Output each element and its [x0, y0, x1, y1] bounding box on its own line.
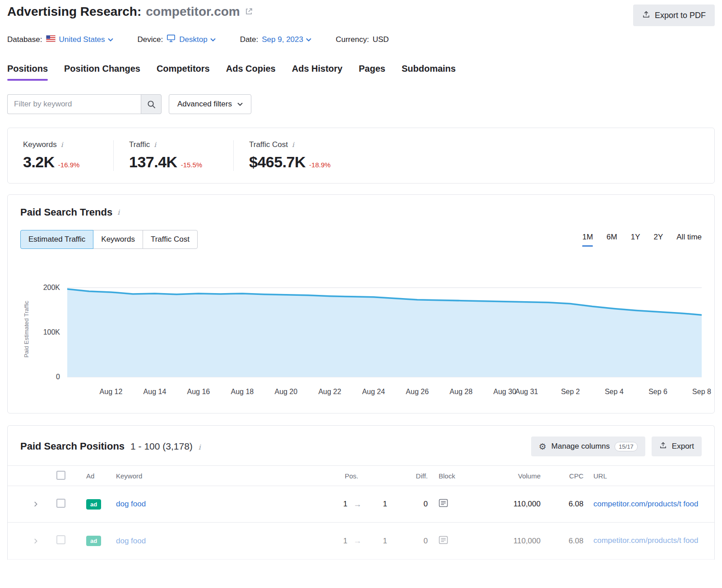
report-tabs: Positions Position Changes Competitors A…	[7, 64, 715, 81]
tab-ads-copies[interactable]: Ads Copies	[226, 64, 276, 81]
info-icon[interactable]: i	[199, 443, 201, 451]
advanced-filters-label: Advanced filters	[177, 100, 232, 109]
external-link-icon[interactable]	[245, 5, 253, 19]
block-ad-icon[interactable]	[439, 536, 448, 544]
cpc-value: 6.08	[541, 500, 583, 509]
tab-positions[interactable]: Positions	[7, 64, 48, 81]
row-expand-chevron-icon[interactable]	[21, 501, 50, 507]
topbar: Advertising Research: competitor.com Exp…	[7, 5, 715, 26]
stat-traffic-change: -15.5%	[181, 161, 203, 169]
keyword-filter-input[interactable]	[7, 94, 141, 114]
stat-traffic-cost-value: $465.7K	[249, 153, 305, 171]
tab-subdomains[interactable]: Subdomains	[402, 64, 456, 81]
range-2y[interactable]: 2Y	[653, 233, 663, 247]
info-icon[interactable]: i	[154, 141, 156, 149]
search-icon	[147, 100, 156, 109]
page-title-domain: competitor.com	[146, 5, 240, 19]
position-to: 1	[367, 537, 387, 546]
tab-ads-history[interactable]: Ads History	[292, 64, 342, 81]
toggle-keywords[interactable]: Keywords	[93, 230, 143, 249]
currency-value: USD	[373, 35, 389, 44]
date-select[interactable]: Sep 9, 2023	[262, 35, 311, 44]
volume-value: 110,000	[477, 537, 541, 546]
trend-controls: Estimated Traffic Keywords Traffic Cost …	[20, 230, 702, 249]
positions-table: Ad Keyword Pos. Diff. Block Volume CPC U…	[8, 465, 714, 560]
keyword-filter-box	[7, 94, 162, 114]
url-link[interactable]: competitor.com/products/t food	[593, 500, 698, 508]
volume-value: 110,000	[477, 500, 541, 509]
stat-traffic: Traffic i 137.4K -15.5%	[113, 140, 233, 171]
chevron-down-icon	[306, 38, 311, 41]
advanced-filters-button[interactable]: Advanced filters	[169, 94, 251, 114]
export-pdf-label: Export to PDF	[655, 11, 706, 20]
columns-count-badge: 15/17	[615, 442, 638, 451]
keyword-link[interactable]: dog food	[116, 537, 146, 545]
stat-traffic-cost-label: Traffic Cost	[249, 140, 288, 149]
search-button[interactable]	[141, 94, 162, 114]
select-all-checkbox[interactable]	[56, 471, 65, 480]
table-row: ad dog food 1 → 1 0 110,000 6.08 competi…	[8, 523, 714, 559]
export-button[interactable]: Export	[652, 436, 702, 456]
range-6m[interactable]: 6M	[606, 233, 617, 247]
row-checkbox[interactable]	[56, 535, 65, 544]
device-label: Device:	[138, 35, 163, 44]
tab-pages[interactable]: Pages	[359, 64, 385, 81]
gear-icon: ⚙	[539, 442, 546, 451]
date-label: Date:	[240, 35, 259, 44]
device-select[interactable]: Desktop	[179, 35, 215, 44]
tab-position-changes[interactable]: Position Changes	[64, 64, 140, 81]
database-select[interactable]: United States	[59, 35, 113, 44]
range-1m[interactable]: 1M	[582, 233, 593, 247]
stat-traffic-cost-change: -18.9%	[309, 161, 331, 169]
info-icon[interactable]: i	[61, 141, 63, 149]
position-diff: 0	[387, 500, 428, 509]
row-checkbox[interactable]	[56, 499, 65, 508]
tab-competitors[interactable]: Competitors	[157, 64, 210, 81]
x-axis-ticks: Aug 12Aug 14Aug 16Aug 18Aug 20Aug 22Aug …	[67, 388, 702, 400]
toggle-traffic-cost[interactable]: Traffic Cost	[143, 230, 198, 249]
stat-keywords-label: Keywords	[23, 140, 57, 149]
page-title-text: Advertising Research:	[7, 5, 141, 19]
trend-area-chart	[67, 275, 702, 383]
trends-title: Paid Search Trends	[20, 207, 112, 218]
table-row: ad dog food 1 → 1 0 110,000 6.08 competi…	[8, 486, 714, 523]
chevron-down-icon	[237, 102, 243, 106]
column-header-volume: Volume	[477, 472, 541, 480]
stat-traffic-label: Traffic	[129, 140, 150, 149]
date-filter: Date: Sep 9, 2023	[240, 35, 311, 44]
cpc-value: 6.08	[541, 537, 583, 546]
url-link[interactable]: competitor.com/products/t food	[593, 536, 698, 545]
desktop-monitor-icon	[167, 34, 176, 45]
range-all-time[interactable]: All time	[676, 233, 702, 247]
export-pdf-button[interactable]: Export to PDF	[633, 5, 715, 26]
position-diff: 0	[387, 537, 428, 546]
manage-columns-label: Manage columns	[551, 442, 610, 451]
export-label: Export	[672, 442, 694, 451]
currency-display: Currency: USD	[336, 35, 389, 44]
info-icon[interactable]: i	[117, 208, 120, 216]
date-value: Sep 9, 2023	[262, 35, 303, 44]
position-from: 1	[316, 500, 347, 509]
block-ad-icon[interactable]	[439, 499, 448, 507]
manage-columns-button[interactable]: ⚙ Manage columns 15/17	[531, 436, 645, 456]
upload-icon	[659, 441, 667, 451]
search-row: Advanced filters	[7, 94, 715, 114]
device-filter: Device: Desktop	[138, 34, 216, 45]
advertising-research-page: Advertising Research: competitor.com Exp…	[0, 0, 722, 588]
toggle-estimated-traffic[interactable]: Estimated Traffic	[20, 230, 93, 249]
column-header-cpc: CPC	[541, 472, 583, 480]
stat-keywords: Keywords i 3.2K -16.9%	[8, 140, 113, 171]
arrow-right-icon: →	[347, 500, 367, 509]
summary-stats-card: Keywords i 3.2K -16.9% Traffic i 137.4K …	[7, 128, 715, 184]
info-icon[interactable]: i	[292, 141, 294, 149]
table-header-row: Ad Keyword Pos. Diff. Block Volume CPC U…	[8, 465, 714, 486]
row-expand-chevron-icon[interactable]	[21, 538, 50, 544]
stat-keywords-value: 3.2K	[23, 153, 55, 171]
stat-traffic-cost: Traffic Cost i $465.7K -18.9%	[233, 140, 346, 171]
metric-toggle-group: Estimated Traffic Keywords Traffic Cost	[20, 230, 198, 249]
upload-icon	[642, 10, 650, 21]
range-1y[interactable]: 1Y	[631, 233, 640, 247]
column-header-keyword: Keyword	[113, 472, 316, 480]
keyword-link[interactable]: dog food	[116, 500, 146, 508]
stat-keywords-change: -16.9%	[58, 161, 80, 169]
